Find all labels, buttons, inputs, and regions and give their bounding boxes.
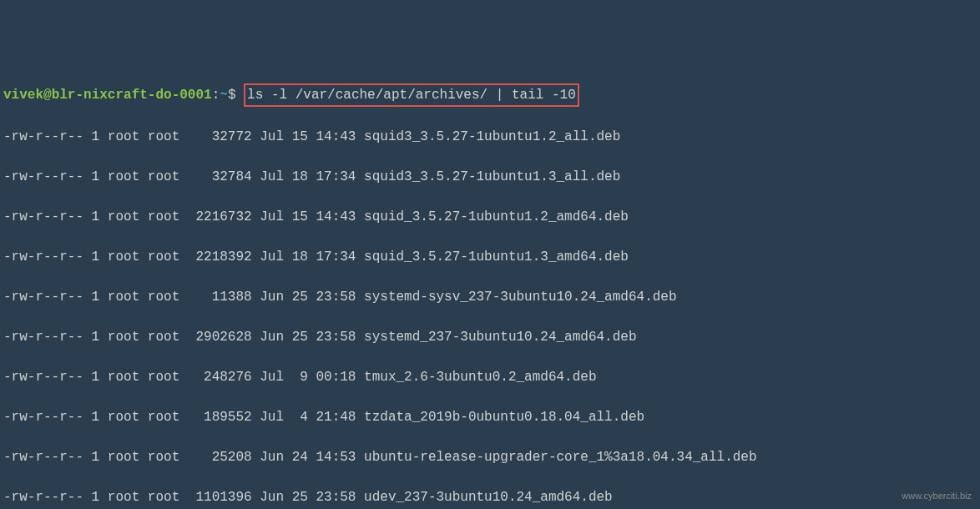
watermark: www.cyberciti.biz [902,489,972,503]
output-1-row: -rw-r--r-- 1 root root 32784 Jul 18 17:3… [3,167,977,187]
output-1-row: -rw-r--r-- 1 root root 2218392 Jul 18 17… [3,247,977,267]
output-1-row: -rw-r--r-- 1 root root 248276 Jul 9 00:1… [3,367,977,387]
output-1-row: -rw-r--r-- 1 root root 32772 Jul 15 14:4… [3,127,977,147]
command-1-box: ls -l /var/cache/apt/archives/ | tail -1… [244,83,579,107]
output-1-row: -rw-r--r-- 1 root root 2902628 Jun 25 23… [3,327,977,347]
output-1-row: -rw-r--r-- 1 root root 2216732 Jul 15 14… [3,207,977,227]
prompt-line-1: vivek@blr-nixcraft-do-0001:~$ ls -l /var… [3,83,977,107]
prompt-path: ~ [220,88,228,103]
output-1-row: -rw-r--r-- 1 root root 189552 Jul 4 21:4… [3,407,977,427]
prompt-host: blr-nixcraft-do-0001 [52,88,212,103]
terminal[interactable]: vivek@blr-nixcraft-do-0001:~$ ls -l /var… [3,83,977,509]
output-1-row: -rw-r--r-- 1 root root 1101396 Jun 25 23… [3,487,977,507]
prompt-at: @ [43,88,52,103]
command-1: ls -l /var/cache/apt/archives/ | tail -1… [247,88,576,103]
prompt-colon: : [212,88,220,103]
prompt-dollar: $ [228,88,236,103]
prompt-user: vivek [3,88,43,103]
output-1-row: -rw-r--r-- 1 root root 11388 Jun 25 23:5… [3,287,977,307]
output-1-row: -rw-r--r-- 1 root root 25208 Jun 24 14:5… [3,447,977,467]
